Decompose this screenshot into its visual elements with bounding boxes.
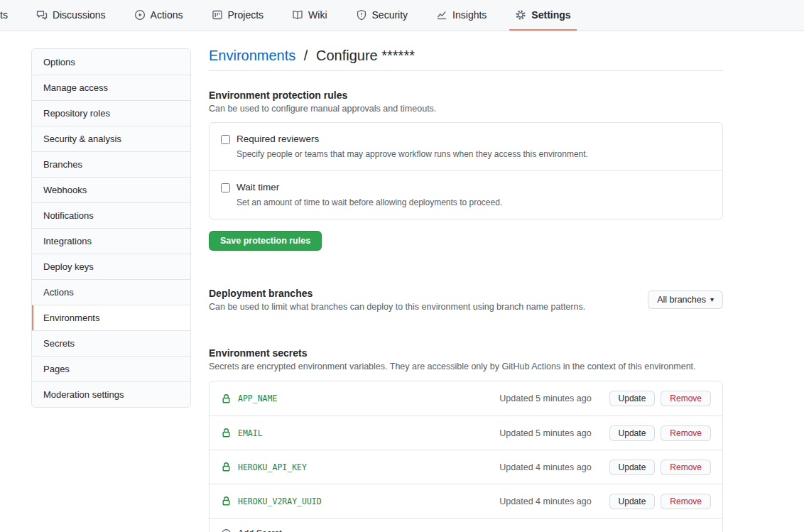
- protection-rules-section: Environment protection rules Can be used…: [209, 88, 723, 251]
- secret-name: HEROKU_API_KEY: [221, 462, 307, 472]
- section-heading: Environment secrets: [209, 346, 723, 360]
- plus-circle-icon: [221, 528, 232, 532]
- settings-page: ts Discussions Actions Projects Wiki: [0, 0, 804, 532]
- dropdown-label: All branches: [657, 295, 706, 305]
- sidebar-item-deploy-keys[interactable]: Deploy keys: [32, 254, 190, 279]
- remove-secret-button[interactable]: Remove: [661, 494, 711, 509]
- main-content: Environments / Configure ****** Environm…: [209, 31, 723, 532]
- secret-name: EMAIL: [221, 428, 263, 438]
- secret-name-text: HEROKU_API_KEY: [238, 462, 307, 472]
- section-description: Can be used to limit what branches can d…: [209, 300, 585, 313]
- lock-icon: [221, 462, 232, 472]
- sidebar-item-branches[interactable]: Branches: [32, 151, 190, 177]
- tab-label: Discussions: [53, 9, 106, 21]
- environments-breadcrumb-link[interactable]: Environments: [209, 48, 295, 63]
- remove-secret-button[interactable]: Remove: [661, 425, 711, 441]
- section-description: Secrets are encrypted environment variab…: [209, 360, 723, 373]
- project-board-icon: [212, 9, 223, 21]
- tab-label: Security: [372, 9, 408, 21]
- save-protection-rules-button[interactable]: Save protection rules: [209, 231, 322, 251]
- comment-discussion-icon: [36, 9, 48, 21]
- tab-actions[interactable]: Actions: [129, 0, 189, 31]
- rule-label: Required reviewers: [237, 132, 319, 146]
- repo-tab-bar: ts Discussions Actions Projects Wiki: [0, 0, 804, 31]
- rule-label: Wait timer: [237, 180, 279, 195]
- tab-wiki[interactable]: Wiki: [286, 0, 332, 31]
- secret-name: HEROKU_V2RAY_UUID: [221, 496, 322, 506]
- remove-secret-button[interactable]: Remove: [661, 391, 711, 406]
- tab-projects[interactable]: Projects: [206, 0, 270, 31]
- tab-discussions[interactable]: Discussions: [31, 0, 112, 31]
- sidebar-item-manage-access[interactable]: Manage access: [32, 75, 190, 100]
- lock-icon: [221, 428, 232, 438]
- wait-timer-checkbox[interactable]: [221, 183, 230, 192]
- play-circle-icon: [134, 9, 146, 21]
- graph-icon: [436, 9, 447, 21]
- sidebar-item-actions[interactable]: Actions: [32, 279, 190, 305]
- sidebar-item-environments[interactable]: Environments: [32, 305, 190, 330]
- deployment-branches-text: Deployment branches Can be used to limit…: [209, 286, 585, 313]
- rule-description: Set an amount of time to wait before all…: [237, 196, 711, 209]
- sidebar-item-secrets[interactable]: Secrets: [32, 330, 190, 356]
- tab-label: ts: [0, 9, 8, 21]
- tab-pull-requests-cut[interactable]: ts: [0, 0, 13, 31]
- secret-updated: Updated 4 minutes ago: [499, 496, 591, 506]
- secret-row: HEROKU_V2RAY_UUID Updated 4 minutes ago …: [210, 484, 722, 518]
- lock-icon: [221, 496, 232, 506]
- book-icon: [292, 9, 303, 21]
- secret-row: APP_NAME Updated 5 minutes ago Update Re…: [210, 381, 722, 416]
- required-reviewers-rule: Required reviewers Specify people or tea…: [210, 123, 722, 170]
- tab-label: Actions: [151, 9, 183, 21]
- secrets-list: APP_NAME Updated 5 minutes ago Update Re…: [209, 381, 723, 532]
- secret-updated: Updated 5 minutes ago: [499, 428, 591, 438]
- add-secret-button[interactable]: Add Secret: [210, 518, 722, 532]
- tab-insights[interactable]: Insights: [430, 0, 492, 31]
- sidebar-item-moderation-settings[interactable]: Moderation settings: [32, 381, 190, 407]
- breadcrumb-separator: /: [304, 48, 308, 63]
- update-secret-button[interactable]: Update: [609, 425, 656, 441]
- sidebar-item-pages[interactable]: Pages: [32, 356, 190, 381]
- section-description: Can be used to configure manual approval…: [209, 102, 723, 115]
- wait-timer-rule: Wait timer Set an amount of time to wait…: [210, 170, 722, 219]
- page-title: Environments / Configure ******: [209, 48, 723, 71]
- lock-icon: [221, 393, 232, 404]
- secret-name-text: HEROKU_V2RAY_UUID: [238, 496, 322, 506]
- environment-secrets-section: Environment secrets Secrets are encrypte…: [209, 346, 723, 532]
- section-heading: Deployment branches: [209, 286, 585, 300]
- rule-description: Specify people or teams that may approve…: [237, 148, 711, 161]
- update-secret-button[interactable]: Update: [609, 460, 656, 475]
- secret-name-text: APP_NAME: [238, 393, 277, 403]
- tab-label: Settings: [531, 9, 570, 21]
- secret-updated: Updated 5 minutes ago: [499, 393, 591, 403]
- secret-row: HEROKU_API_KEY Updated 4 minutes ago Upd…: [210, 450, 722, 484]
- secret-row: EMAIL Updated 5 minutes ago Update Remov…: [210, 416, 722, 450]
- tab-label: Insights: [452, 9, 487, 21]
- sidebar-item-webhooks[interactable]: Webhooks: [32, 177, 190, 202]
- sidebar-item-repository-roles[interactable]: Repository roles: [32, 100, 190, 126]
- required-reviewers-checkbox[interactable]: [221, 135, 230, 144]
- tab-label: Wiki: [308, 9, 327, 21]
- shield-icon: [356, 9, 367, 21]
- tab-settings[interactable]: Settings: [509, 0, 576, 31]
- environment-name: Configure ******: [316, 48, 415, 63]
- secret-name: APP_NAME: [221, 393, 277, 404]
- tab-security[interactable]: Security: [350, 0, 414, 31]
- deployment-branches-section: Deployment branches Can be used to limit…: [209, 286, 723, 313]
- add-secret-label: Add Secret: [238, 528, 282, 532]
- update-secret-button[interactable]: Update: [609, 494, 656, 509]
- secret-name-text: EMAIL: [238, 428, 263, 438]
- update-secret-button[interactable]: Update: [609, 391, 656, 406]
- sidebar-item-notifications[interactable]: Notifications: [32, 202, 190, 228]
- secret-updated: Updated 4 minutes ago: [499, 462, 591, 472]
- section-heading: Environment protection rules: [209, 88, 723, 102]
- sidebar-item-options[interactable]: Options: [32, 49, 190, 75]
- sidebar-item-security-analysis[interactable]: Security & analysis: [32, 126, 190, 151]
- gear-icon: [515, 9, 526, 21]
- protection-rules-box: Required reviewers Specify people or tea…: [209, 122, 723, 219]
- all-branches-dropdown[interactable]: All branches ▾: [648, 291, 723, 309]
- remove-secret-button[interactable]: Remove: [661, 460, 711, 475]
- chevron-down-icon: ▾: [710, 296, 714, 303]
- tab-label: Projects: [228, 9, 264, 21]
- settings-sidebar: Options Manage access Repository roles S…: [31, 48, 191, 408]
- sidebar-item-integrations[interactable]: Integrations: [32, 228, 190, 254]
